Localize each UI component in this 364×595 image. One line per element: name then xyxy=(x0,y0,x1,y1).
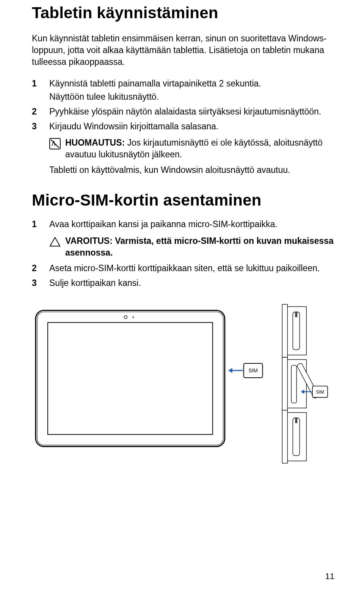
heading-sim-install: Micro-SIM-kortin asentaminen xyxy=(32,191,334,209)
step-number: 3 xyxy=(32,277,49,289)
figure-svg: SIM xyxy=(32,299,334,469)
figure-tablet xyxy=(36,310,225,446)
step-number: 1 xyxy=(32,78,49,89)
figure-sim-install: SIM xyxy=(32,299,334,469)
svg-rect-19 xyxy=(295,418,297,423)
step-row: 2 Aseta micro-SIM-kortti korttipaikkaan … xyxy=(32,262,334,276)
svg-rect-10 xyxy=(295,312,297,317)
note-callout: HUOMAUTUS: Jos kirjautumisnäyttö ei ole … xyxy=(49,137,334,160)
step-subtext: Näyttöön tulee lukitusnäyttö. xyxy=(49,91,334,103)
svg-rect-17 xyxy=(282,410,287,463)
step-text: Avaa korttipaikan kansi ja paikanna micr… xyxy=(49,218,334,230)
step-number: 3 xyxy=(32,121,49,132)
caution-icon xyxy=(49,236,61,248)
step-number: 1 xyxy=(32,218,49,230)
note-icon xyxy=(49,138,61,149)
page: Tabletin käynnistäminen Kun käynnistät t… xyxy=(0,0,364,595)
caution-text: VAROITUS: Varmista, että micro-SIM-kortt… xyxy=(65,235,334,259)
step-text: Aseta micro-SIM-kortti korttipaikkaan si… xyxy=(49,262,334,274)
svg-rect-18 xyxy=(293,418,300,455)
step-text: Pyyhkäise ylöspäin näytön alalaidasta si… xyxy=(49,106,334,118)
step-body: Sulje korttipaikan kansi. xyxy=(49,277,334,290)
step-text: Kirjaudu Windowsiin kirjoittamalla salas… xyxy=(49,121,334,132)
step-row: 3 Sulje korttipaikan kansi. xyxy=(32,277,334,290)
step-number: 2 xyxy=(32,106,49,118)
svg-rect-13 xyxy=(291,365,297,403)
step-row: 1 Käynnistä tabletti painamalla virtapai… xyxy=(32,78,334,104)
note-label: HUOMAUTUS: xyxy=(65,138,125,148)
svg-rect-12 xyxy=(282,357,287,410)
step-row: 3 Kirjaudu Windowsiin kirjoittamalla sal… xyxy=(32,121,334,134)
caution-label: VAROITUS: xyxy=(65,236,113,246)
step-body: Avaa korttipaikan kansi ja paikanna micr… xyxy=(49,218,334,232)
step-body: Aseta micro-SIM-kortti korttipaikkaan si… xyxy=(49,262,334,276)
step-body: Käynnistä tabletti painamalla virtapaini… xyxy=(49,78,334,104)
step-text: Sulje korttipaikan kansi. xyxy=(49,277,334,289)
step-row: 2 Pyyhkäise ylöspäin näytön alalaidasta … xyxy=(32,106,334,119)
step-body: Kirjaudu Windowsiin kirjoittamalla salas… xyxy=(49,121,334,134)
page-number: 11 xyxy=(325,571,334,581)
heading-starting-tablet: Tabletin käynnistäminen xyxy=(32,0,334,22)
intro-paragraph: Kun käynnistät tabletin ensimmäisen kerr… xyxy=(32,33,334,68)
figure-sim-card: SIM xyxy=(229,363,263,378)
svg-rect-8 xyxy=(282,304,287,357)
svg-point-4 xyxy=(133,316,134,318)
sim-label: SIM xyxy=(248,367,258,374)
sim-label-2: SIM xyxy=(316,389,324,395)
svg-rect-9 xyxy=(293,312,300,350)
caution-callout: VAROITUS: Varmista, että micro-SIM-kortt… xyxy=(49,235,334,259)
step-number: 2 xyxy=(32,262,49,274)
step-text: Käynnistä tabletti painamalla virtapaini… xyxy=(49,78,334,89)
after-note-text: Tabletti on käyttövalmis, kun Windowsin … xyxy=(49,164,334,176)
step-body: Pyyhkäise ylöspäin näytön alalaidasta si… xyxy=(49,106,334,119)
steps-list-2b: 2 Aseta micro-SIM-kortti korttipaikkaan … xyxy=(32,262,334,290)
note-text: HUOMAUTUS: Jos kirjautumisnäyttö ei ole … xyxy=(65,137,334,160)
steps-list-2a: 1 Avaa korttipaikan kansi ja paikanna mi… xyxy=(32,218,334,232)
step-row: 1 Avaa korttipaikan kansi ja paikanna mi… xyxy=(32,218,334,232)
svg-rect-5 xyxy=(48,322,213,434)
figure-side-panels: SIM xyxy=(282,304,328,463)
steps-list-1: 1 Käynnistä tabletti painamalla virtapai… xyxy=(32,78,334,134)
